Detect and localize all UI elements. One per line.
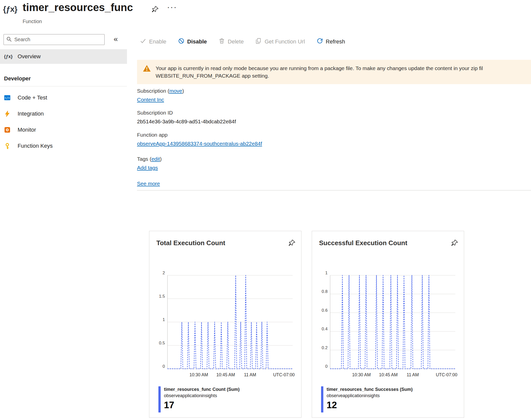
refresh-label: Refresh <box>326 38 345 45</box>
svg-text:0.8: 0.8 <box>322 289 328 294</box>
move-link[interactable]: move <box>169 88 182 94</box>
delete-label: Delete <box>228 38 244 45</box>
paren-close: ) <box>182 88 184 94</box>
warning-icon <box>143 65 151 73</box>
function-app-label: Function app <box>137 132 167 138</box>
tags-label: Tags ( <box>137 156 151 162</box>
delete-button[interactable]: Delete <box>218 38 244 46</box>
svg-text:11 AM: 11 AM <box>407 372 419 377</box>
chart-legend[interactable]: timer_resources_func Count (Sum) observe… <box>158 386 240 412</box>
checkmark-icon <box>140 38 146 46</box>
sidebar-item-monitor[interactable]: Monitor <box>0 123 127 137</box>
paren-close: ) <box>160 156 162 162</box>
subscription-label-row: Subscription (move) <box>137 88 184 94</box>
svg-text:0: 0 <box>163 364 165 369</box>
sidebar-divider <box>0 86 127 86</box>
more-options-icon[interactable]: ··· <box>167 2 177 12</box>
code-icon: </> <box>4 94 13 101</box>
readonly-warning-banner: Your app is currently in read only mode … <box>137 60 531 84</box>
svg-text:0.6: 0.6 <box>322 308 328 313</box>
function-fx-icon: {ƒx} <box>3 5 17 14</box>
monitor-icon <box>4 127 13 133</box>
legend-total-value: 17 <box>164 400 240 410</box>
chart-card-total-execution-count: Total Execution Count 00.511.5210:30 AM1… <box>149 231 301 418</box>
pin-icon[interactable] <box>288 239 296 248</box>
sidebar-item-label: Integration <box>18 111 44 117</box>
svg-text:1: 1 <box>325 271 328 275</box>
chart-title: Successful Execution Count <box>319 239 407 247</box>
enable-label: Enable <box>149 38 166 45</box>
svg-text:10:30 AM: 10:30 AM <box>190 372 208 377</box>
disable-label: Disable <box>187 38 207 45</box>
subscription-value-link[interactable]: Content Inc <box>137 97 164 102</box>
sidebar-item-integration[interactable]: Integration <box>0 107 127 121</box>
pin-icon[interactable] <box>451 239 458 248</box>
sidebar-item-label: Overview <box>18 53 41 60</box>
legend-total-value: 12 <box>327 400 413 410</box>
subscription-id-label: Subscription ID <box>137 110 173 116</box>
function-overview-page: {ƒx} timer_resources_func ··· Function «… <box>0 0 531 420</box>
svg-text:1: 1 <box>163 317 165 322</box>
svg-text:10:45 AM: 10:45 AM <box>379 372 398 377</box>
subscription-label: Subscription ( <box>137 88 169 94</box>
chart-title: Total Execution Count <box>156 239 225 247</box>
search-box <box>4 34 105 45</box>
sidebar-collapse-button[interactable]: « <box>114 35 118 43</box>
enable-button[interactable]: Enable <box>140 38 166 46</box>
sidebar-item-overview[interactable]: {ƒx} Overview <box>0 49 127 64</box>
get-function-url-button[interactable]: Get Function Url <box>255 38 305 46</box>
refresh-icon <box>317 38 323 46</box>
copy-icon <box>255 38 262 46</box>
svg-text:0.2: 0.2 <box>322 345 328 350</box>
page-title: timer_resources_func <box>23 2 133 14</box>
key-icon <box>4 143 13 149</box>
svg-text:UTC-07:00: UTC-07:00 <box>436 372 457 377</box>
pin-icon[interactable] <box>151 6 159 14</box>
svg-text:0.4: 0.4 <box>322 327 328 331</box>
sidebar-section-developer: Developer <box>4 75 31 82</box>
sidebar-item-label: Function Keys <box>18 143 53 149</box>
sidebar-item-function-keys[interactable]: Function Keys <box>0 139 127 153</box>
edit-tags-link[interactable]: edit <box>151 156 160 162</box>
chart-legend[interactable]: timer_resources_func Successes (Sum) obs… <box>321 386 413 412</box>
add-tags-link[interactable]: Add tags <box>137 165 158 171</box>
svg-text:10:30 AM: 10:30 AM <box>352 372 371 377</box>
command-bar: Enable Disable Delete Get Function Url R… <box>140 36 345 48</box>
legend-series-name: timer_resources_func Count (Sum) <box>164 386 240 392</box>
legend-resource-name: observeapplicationinsights <box>327 393 413 398</box>
refresh-button[interactable]: Refresh <box>317 38 345 46</box>
lightning-icon <box>4 111 13 117</box>
warning-text-line2: WEBSITE_RUN_FROM_PACKAGE app setting. <box>156 72 525 80</box>
svg-text:UTC-07:00: UTC-07:00 <box>273 372 295 377</box>
essentials-divider <box>137 190 531 190</box>
sidebar-item-label: Monitor <box>18 127 36 133</box>
tags-label-row: Tags (edit) <box>137 156 162 162</box>
svg-text:0.5: 0.5 <box>159 341 165 345</box>
successful-execution-count-chart: 00.20.40.60.8110:30 AM10:45 AM11 AMUTC-0… <box>314 270 460 381</box>
svg-text:11 AM: 11 AM <box>244 372 256 377</box>
sidebar-item-code-test[interactable]: </> Code + Test <box>0 90 127 105</box>
block-icon <box>178 38 185 46</box>
chart-card-successful-execution-count: Successful Execution Count 00.20.40.60.8… <box>312 231 464 418</box>
svg-text:2: 2 <box>163 271 165 275</box>
page-subtitle: Function <box>23 19 42 24</box>
search-input[interactable] <box>14 37 102 42</box>
search-icon <box>6 36 12 43</box>
legend-color-bar <box>321 386 323 412</box>
get-function-url-label: Get Function Url <box>264 38 305 45</box>
see-more-link[interactable]: See more <box>137 181 160 186</box>
legend-color-bar <box>158 386 161 412</box>
disable-button[interactable]: Disable <box>178 38 207 46</box>
function-app-link[interactable]: observeApp-143958683374-southcentralus-a… <box>137 141 262 146</box>
svg-text:0: 0 <box>325 364 328 369</box>
legend-series-name: timer_resources_func Successes (Sum) <box>327 386 413 392</box>
warning-text-line1: Your app is currently in read only mode … <box>156 65 525 72</box>
trash-icon <box>218 38 225 46</box>
total-execution-count-chart: 00.511.5210:30 AM10:45 AM11 AMUTC-07:00 <box>151 270 297 381</box>
sidebar-item-label: Code + Test <box>18 94 47 101</box>
legend-resource-name: observeapplicationinsights <box>164 393 240 398</box>
svg-text:1.5: 1.5 <box>159 294 165 299</box>
svg-text:10:45 AM: 10:45 AM <box>216 372 235 377</box>
subscription-id-value: 2b514e36-3a9b-4c89-ad51-4bdcab22e84f <box>137 119 236 125</box>
function-icon: {ƒx} <box>4 54 13 59</box>
